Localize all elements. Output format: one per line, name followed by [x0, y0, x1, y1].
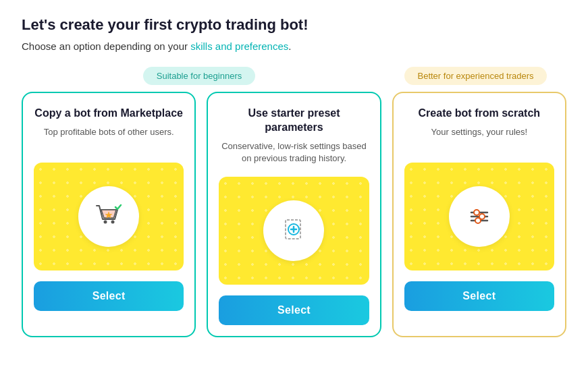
card-preset-desc: Conservative, low-risk settings based on…	[219, 140, 369, 166]
marketplace-select-button[interactable]: Select	[34, 281, 184, 311]
beginner-badge: Suitable for beginners	[143, 67, 255, 85]
marketplace-icon	[92, 200, 125, 233]
card-marketplace-image	[34, 163, 184, 270]
svg-point-2	[111, 220, 115, 223]
card-marketplace-desc: Top profitable bots of other users.	[44, 126, 174, 152]
card-scratch: Create bot from scratch Your settings, y…	[392, 92, 566, 337]
card-preset-title: Use starter preset parameters	[219, 107, 369, 135]
page-subtitle: Choose an option depending on your skill…	[22, 40, 566, 52]
card-scratch-image	[404, 163, 554, 270]
preset-icon-circle	[263, 200, 324, 261]
card-scratch-title: Create bot from scratch	[419, 107, 541, 121]
scratch-icon-circle	[449, 186, 510, 247]
svg-point-12	[475, 218, 481, 223]
card-marketplace: Copy a bot from Marketplace Top profitab…	[22, 92, 196, 337]
marketplace-icon-circle	[78, 186, 139, 247]
preset-icon	[277, 215, 310, 247]
preset-select-button[interactable]: Select	[219, 295, 369, 325]
cards-container: Copy a bot from Marketplace Top profitab…	[22, 92, 566, 337]
scratch-icon	[463, 200, 496, 233]
badges-row: Suitable for beginners Better for experi…	[22, 67, 566, 85]
svg-point-1	[104, 220, 107, 223]
card-scratch-desc: Your settings, your rules!	[431, 126, 528, 152]
svg-point-10	[474, 210, 479, 215]
scratch-select-button[interactable]: Select	[404, 281, 554, 311]
card-preset-image	[219, 177, 369, 285]
card-preset: Use starter preset parameters Conservati…	[207, 92, 381, 337]
experienced-badge: Better for experienced traders	[404, 67, 547, 85]
card-marketplace-title: Copy a bot from Marketplace	[34, 107, 183, 121]
page-title: Let's create your first crypto trading b…	[22, 16, 566, 34]
